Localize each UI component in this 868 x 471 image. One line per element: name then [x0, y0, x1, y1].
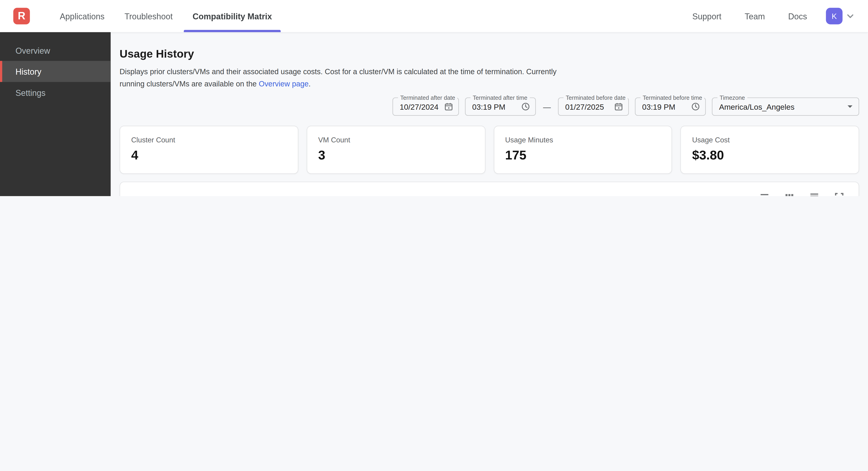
terminated-before-time-field[interactable]: Terminated before time 03:19 PM [635, 97, 706, 116]
field-label: Terminated before time [641, 94, 704, 101]
sidebar-item-label: History [16, 67, 41, 76]
stat-card-usage-cost: Usage Cost $3.80 [681, 126, 859, 174]
date-range-separator: — [543, 102, 551, 111]
calendar-icon[interactable] [444, 102, 453, 111]
stat-card-cluster-count: Cluster Count 4 [120, 126, 298, 174]
stat-label: Cluster Count [131, 136, 287, 144]
calendar-icon[interactable] [614, 102, 623, 111]
fullscreen-icon[interactable] [834, 192, 844, 196]
page-title: Usage History [120, 48, 859, 60]
field-value: 01/27/2025 [565, 102, 604, 111]
sidebar-item-overview[interactable]: Overview [0, 40, 111, 61]
tab-label: Troubleshoot [124, 11, 173, 21]
stat-value: $3.80 [692, 148, 847, 163]
tab-compatibility-matrix[interactable]: Compatibility Matrix [183, 0, 282, 32]
overview-page-link[interactable]: Overview page [259, 80, 308, 88]
field-value: 03:19 PM [642, 102, 675, 111]
table-toolbar [131, 188, 848, 196]
nav-link-support[interactable]: Support [692, 11, 721, 21]
terminated-after-time-field[interactable]: Terminated after time 03:19 PM [465, 97, 536, 116]
field-label: Terminated before date [563, 94, 628, 101]
tab-applications[interactable]: Applications [50, 0, 115, 32]
nav-link-docs[interactable]: Docs [788, 11, 807, 21]
nav-tabs: Applications Troubleshoot Compatibility … [50, 0, 282, 32]
chevron-down-icon[interactable] [846, 11, 855, 20]
field-label: Terminated after date [398, 94, 458, 101]
sidebar-item-history[interactable]: History [0, 61, 111, 82]
filters-row: Terminated after date 10/27/2024 Termina… [120, 97, 859, 116]
stat-card-usage-minutes: Usage Minutes 175 [493, 126, 672, 174]
stat-value: 175 [505, 148, 661, 163]
replicated-logo[interactable]: R [13, 8, 30, 24]
logo-letter: R [18, 10, 25, 22]
timezone-select[interactable]: Timezone America/Los_Angeles [712, 97, 859, 116]
main-content: Usage History Displays prior clusters/VM… [111, 32, 868, 196]
field-label: Terminated after time [471, 94, 530, 101]
user-avatar[interactable]: K [826, 8, 842, 24]
stat-label: VM Count [318, 136, 474, 144]
page-description: Displays prior clusters/VMs and their as… [120, 66, 562, 90]
stat-value: 4 [131, 148, 287, 163]
app-window: R Applications Troubleshoot Compatibilit… [0, 0, 868, 196]
nav-right: Support Team Docs K [669, 8, 855, 24]
field-value: 03:19 PM [472, 102, 505, 111]
tab-troubleshoot[interactable]: Troubleshoot [115, 0, 183, 32]
sidebar: Overview History Settings [0, 32, 111, 196]
dropdown-arrow-icon[interactable] [847, 104, 853, 110]
columns-icon[interactable] [784, 192, 794, 196]
tab-label: Applications [60, 11, 104, 21]
usage-table-card: ActionsNameByCostDistributionTypeStatusI… [120, 182, 859, 196]
stat-label: Usage Minutes [505, 136, 661, 144]
sidebar-item-settings[interactable]: Settings [0, 82, 111, 103]
stat-label: Usage Cost [692, 136, 847, 144]
density-icon[interactable] [809, 192, 819, 196]
sidebar-item-label: Settings [16, 88, 45, 97]
tab-label: Compatibility Matrix [193, 11, 272, 21]
clock-icon[interactable] [691, 102, 700, 111]
page-description-period: . [309, 80, 311, 88]
stat-cards: Cluster Count 4 VM Count 3 Usage Minutes… [120, 126, 859, 174]
stat-value: 3 [318, 148, 474, 163]
field-label: Timezone [717, 94, 747, 101]
page-description-text: Displays prior clusters/VMs and their as… [120, 67, 557, 88]
stat-card-vm-count: VM Count 3 [307, 126, 485, 174]
sidebar-item-label: Overview [16, 46, 50, 55]
filter-icon[interactable] [760, 192, 769, 196]
clock-icon[interactable] [522, 102, 530, 111]
nav-link-team[interactable]: Team [745, 11, 765, 21]
terminated-after-date-field[interactable]: Terminated after date 10/27/2024 [393, 97, 459, 116]
terminated-before-date-field[interactable]: Terminated before date 01/27/2025 [558, 97, 629, 116]
top-nav: R Applications Troubleshoot Compatibilit… [0, 0, 868, 32]
field-value: America/Los_Angeles [719, 102, 795, 111]
field-value: 10/27/2024 [400, 102, 438, 111]
avatar-initial: K [832, 11, 837, 20]
